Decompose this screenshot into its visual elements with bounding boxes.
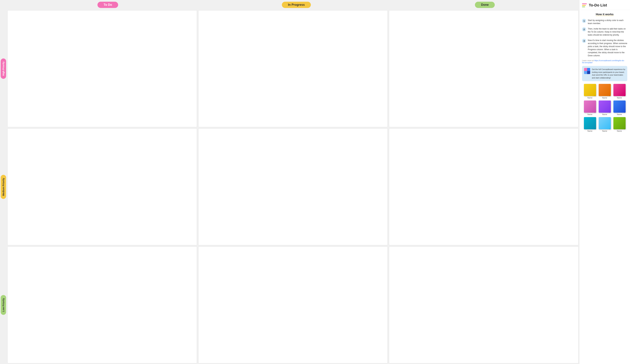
row-label-medium: Medium Priority (1, 175, 6, 199)
sticky-label-4: Name (602, 113, 607, 116)
cell-high-inprogress[interactable] (198, 10, 388, 127)
cell-low-done[interactable] (389, 246, 578, 363)
sticky-item-4: Name (598, 100, 611, 116)
promo-box: Get the full Conceptboard experience by … (582, 66, 627, 81)
sidebar-icon (582, 4, 587, 7)
low-cells (7, 246, 579, 364)
conceptboard-logo-icon (584, 68, 590, 74)
sticky-blue[interactable] (614, 100, 626, 113)
sidebar: To-Do List How it works 1 Start by assig… (579, 0, 630, 364)
step-number-3: 3 (582, 39, 586, 43)
sticky-lime[interactable] (614, 117, 626, 129)
header-done: Done (391, 2, 579, 8)
sticky-label-6: Name (588, 130, 592, 132)
sticky-label-1: Name (602, 97, 607, 99)
sticky-label-5: Name (617, 113, 622, 116)
header-inprogress: In Progress (202, 2, 390, 8)
sidebar-header: To-Do List (579, 0, 630, 10)
step-text-3: Now it's time to start moving the sticki… (588, 39, 627, 57)
step-text-1: Start by assigning a sticky color to eac… (588, 19, 627, 25)
cell-low-todo[interactable] (8, 246, 197, 363)
row-low: Low Priority (0, 246, 579, 364)
label-cell-low: Low Priority (0, 246, 7, 364)
badge-inprogress: In Progress (282, 2, 311, 8)
cell-medium-todo[interactable] (8, 128, 197, 245)
icon-line-1 (582, 4, 587, 4)
header-spacer (7, 2, 14, 8)
main-board: To Do In Progress Done High Priority (0, 0, 579, 364)
sticky-item-5: Name (613, 100, 626, 116)
step-3: 3 Now it's time to start moving the stic… (582, 39, 627, 57)
svg-rect-3 (587, 71, 590, 74)
sidebar-title: To-Do List (589, 3, 607, 8)
sticky-item-0: Name (584, 84, 596, 99)
column-headers: To Do In Progress Done (0, 0, 579, 10)
badge-todo: To Do (98, 2, 118, 8)
sticky-label-8: Name (617, 130, 622, 132)
sticky-purple[interactable] (599, 100, 611, 113)
row-label-low: Low Priority (1, 295, 6, 315)
learn-more: Learn more at https://conceptboard.com/b… (582, 60, 627, 64)
icon-line-2 (582, 5, 586, 6)
sticky-lightblue[interactable] (599, 117, 611, 129)
sticky-label-7: Name (602, 130, 607, 132)
row-label-high: High Priority (1, 58, 6, 79)
sticky-item-8: Name (613, 117, 626, 132)
sticky-notes-grid: Name Name Name Name Name Name (582, 84, 627, 132)
header-todo: To Do (14, 2, 202, 8)
label-cell-medium: Medium Priority (0, 128, 7, 246)
cell-high-done[interactable] (389, 10, 578, 127)
step-2: 2 Then, invite the team to add their tas… (582, 27, 627, 36)
sticky-yellow[interactable] (584, 84, 596, 96)
sticky-item-3: Name (584, 100, 596, 116)
header-cells: To Do In Progress Done (14, 2, 579, 8)
row-high: High Priority (0, 10, 579, 128)
sticky-item-2: Name (613, 84, 626, 99)
step-text-2: Then, invite the team to add their tasks… (588, 27, 627, 36)
promo-text: Get the full Conceptboard experience by … (592, 68, 625, 79)
step-1: 1 Start by assigning a sticky color to e… (582, 19, 627, 25)
svg-rect-1 (587, 68, 590, 71)
how-it-works-title: How it works (582, 13, 627, 16)
sticky-label-2: Name (617, 97, 622, 99)
step-number-2: 2 (582, 27, 586, 31)
icon-line-3 (582, 6, 585, 7)
svg-rect-0 (584, 68, 587, 71)
high-cells (7, 10, 579, 128)
svg-rect-2 (584, 71, 587, 74)
sticky-pink[interactable] (614, 84, 626, 96)
cell-high-todo[interactable] (8, 10, 197, 127)
medium-cells (7, 128, 579, 246)
sticky-item-1: Name (598, 84, 611, 99)
label-cell-high: High Priority (0, 10, 7, 128)
row-medium: Medium Priority (0, 128, 579, 246)
cell-medium-inprogress[interactable] (198, 128, 388, 245)
sticky-item-7: Name (598, 117, 611, 132)
step-number-1: 1 (582, 19, 586, 23)
sticky-label-3: Name (588, 113, 592, 116)
cell-low-inprogress[interactable] (198, 246, 388, 363)
sticky-lavender[interactable] (584, 100, 596, 113)
cell-medium-done[interactable] (389, 128, 578, 245)
sidebar-content: How it works 1 Start by assigning a stic… (579, 10, 630, 135)
sticky-cyan[interactable] (584, 117, 596, 129)
sticky-item-6: Name (584, 117, 596, 132)
grid-area: High Priority Medium Priority Low Priori… (0, 10, 579, 364)
sticky-orange[interactable] (599, 84, 611, 96)
sticky-label-0: Name (588, 97, 592, 99)
badge-done: Done (475, 2, 495, 8)
